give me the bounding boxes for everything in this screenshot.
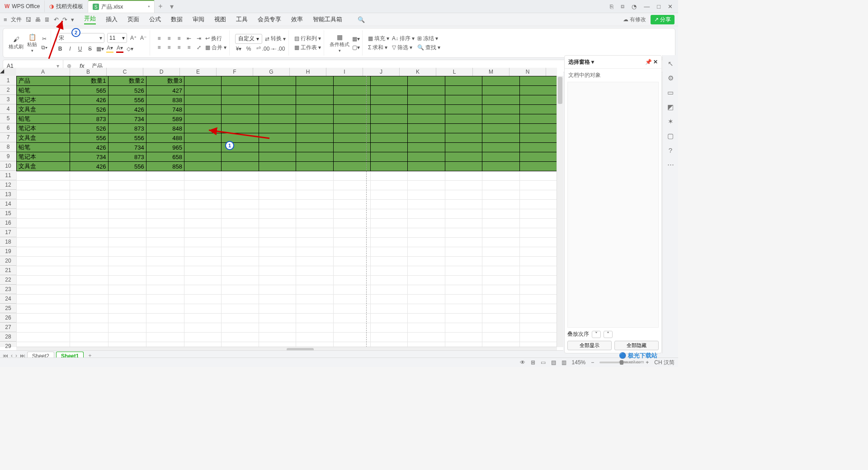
cell[interactable]: 426 — [70, 162, 108, 171]
cell[interactable] — [519, 76, 557, 86]
cell[interactable] — [333, 333, 370, 342]
cell[interactable] — [445, 76, 482, 86]
cell[interactable] — [482, 285, 519, 295]
cell[interactable] — [259, 105, 296, 114]
cell[interactable] — [519, 285, 557, 295]
cell[interactable] — [333, 276, 370, 285]
window-maximize-button[interactable]: □ — [657, 3, 660, 10]
cell[interactable] — [259, 95, 296, 105]
cell[interactable] — [296, 247, 333, 257]
row-header[interactable]: 10 — [0, 161, 16, 171]
cell[interactable]: 589 — [146, 114, 184, 124]
cell[interactable] — [146, 323, 184, 333]
cell[interactable]: 748 — [146, 105, 184, 114]
align-center-icon[interactable]: ≡ — [165, 44, 173, 51]
cell[interactable] — [70, 266, 108, 276]
cell[interactable] — [296, 285, 333, 295]
cell[interactable] — [184, 209, 221, 219]
cell[interactable] — [222, 114, 259, 124]
cell[interactable] — [408, 114, 445, 124]
row-header[interactable]: 24 — [0, 294, 16, 304]
cell[interactable] — [370, 295, 407, 304]
cell[interactable] — [519, 295, 557, 304]
cell[interactable] — [70, 333, 108, 342]
cell[interactable] — [146, 285, 184, 295]
cell[interactable] — [333, 295, 370, 304]
cell[interactable] — [445, 152, 482, 162]
cell[interactable] — [519, 209, 557, 219]
fill-color-button[interactable]: A▾ — [106, 44, 113, 53]
cell[interactable] — [70, 181, 108, 190]
cell[interactable] — [259, 181, 296, 190]
cell[interactable] — [146, 333, 184, 342]
cell[interactable] — [370, 257, 407, 266]
orientation-icon[interactable]: ⤢ — [195, 44, 203, 51]
clear-format-icon[interactable]: ◇▾ — [126, 45, 133, 52]
cell[interactable] — [370, 162, 407, 171]
align-top-icon[interactable]: ≡ — [156, 35, 163, 42]
cell[interactable] — [445, 143, 482, 152]
cube-icon[interactable]: ⧈ — [621, 3, 624, 10]
bold-button[interactable]: B — [57, 45, 64, 52]
select-all-corner[interactable]: ◢ — [0, 68, 17, 76]
cell[interactable] — [445, 200, 482, 209]
cell[interactable] — [445, 114, 482, 124]
cell[interactable] — [445, 209, 482, 219]
cell[interactable] — [333, 162, 370, 171]
cell[interactable] — [222, 76, 259, 86]
cell[interactable] — [108, 228, 146, 238]
cell[interactable] — [519, 304, 557, 314]
cell[interactable] — [184, 200, 221, 209]
col-header-M[interactable]: M — [473, 68, 509, 76]
worksheet-button[interactable]: ▦工作表▾ — [294, 44, 321, 52]
cell[interactable] — [146, 295, 184, 304]
cell[interactable] — [445, 276, 482, 285]
cell[interactable]: 873 — [108, 124, 146, 133]
cell[interactable] — [70, 276, 108, 285]
menu-page[interactable]: 页面 — [127, 15, 139, 24]
cell[interactable] — [259, 200, 296, 209]
cell[interactable] — [70, 257, 108, 266]
cell[interactable] — [70, 190, 108, 200]
cell-grid[interactable]: 产品数量1数量2数量3铅笔565526427笔记本426556838文具盒526… — [16, 76, 557, 347]
col-header-H[interactable]: H — [290, 68, 326, 76]
cell[interactable] — [482, 295, 519, 304]
cell[interactable] — [17, 285, 70, 295]
number-format-select[interactable]: 自定义▾ — [235, 34, 262, 44]
menu-view[interactable]: 视图 — [214, 15, 226, 24]
cell[interactable] — [146, 257, 184, 266]
row-header[interactable]: 28 — [0, 332, 16, 342]
cell[interactable] — [17, 323, 70, 333]
cell[interactable] — [17, 238, 70, 247]
cell[interactable] — [184, 247, 221, 257]
cell[interactable] — [408, 162, 445, 171]
row-header[interactable]: 22 — [0, 275, 16, 285]
cell[interactable] — [17, 276, 70, 285]
cell[interactable] — [519, 190, 557, 200]
cell[interactable] — [222, 257, 259, 266]
cell[interactable] — [519, 152, 557, 162]
cell[interactable]: 427 — [146, 86, 184, 95]
cell[interactable] — [296, 209, 333, 219]
cell[interactable] — [222, 86, 259, 95]
cell[interactable] — [296, 257, 333, 266]
cell[interactable] — [184, 295, 221, 304]
cell[interactable] — [146, 228, 184, 238]
transform-button[interactable]: ⇄转换▾ — [265, 35, 286, 42]
cell[interactable] — [108, 276, 146, 285]
cell[interactable] — [184, 152, 221, 162]
redo-icon[interactable]: ↷ — [62, 16, 67, 23]
cell[interactable] — [17, 257, 70, 266]
toolbox-icon[interactable]: ⎘ — [610, 3, 613, 10]
cell[interactable] — [333, 304, 370, 314]
cell[interactable] — [296, 228, 333, 238]
cell[interactable] — [370, 133, 407, 143]
cell[interactable] — [259, 247, 296, 257]
file-menu[interactable]: 文件 — [11, 16, 22, 24]
cell[interactable] — [184, 143, 221, 152]
move-up-button[interactable]: ˄ — [604, 331, 613, 338]
cell[interactable]: 数量3 — [146, 76, 184, 86]
cell[interactable] — [70, 314, 108, 323]
menu-member[interactable]: 会员专享 — [258, 15, 281, 24]
cell[interactable] — [408, 190, 445, 200]
